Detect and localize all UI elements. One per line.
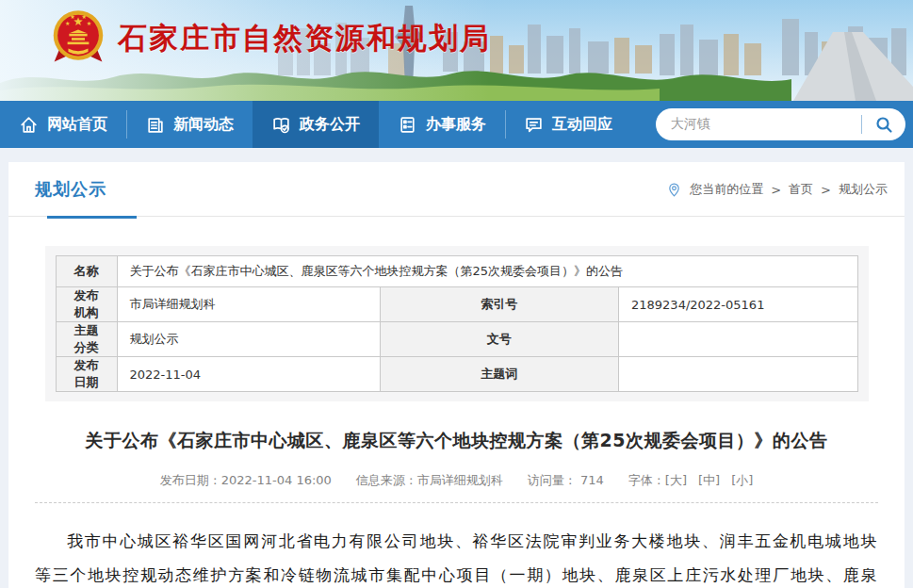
date-value-cell: 2022-11-04	[117, 357, 380, 392]
breadcrumb-separator: >	[771, 183, 781, 197]
main-navigation: 网站首页 新闻动态 政务公开 办事服务 互动回应	[0, 101, 913, 148]
tab-label: 规划公示	[35, 178, 106, 201]
home-icon	[19, 115, 39, 135]
content-card: 规划公示 您当前的位置 > 首页 > 规划公示 名称 关于公布《石家庄市中心城区…	[8, 162, 905, 588]
search-button[interactable]	[868, 111, 900, 138]
svg-text:★: ★	[70, 13, 75, 20]
breadcrumb-link-planning-notice[interactable]: 规划公示	[839, 181, 888, 198]
nav-item-label: 办事服务	[426, 115, 486, 135]
services-icon	[398, 115, 417, 135]
issuer-value-cell: 市局详细规划科	[117, 287, 380, 322]
info-source-label: 信息来源：	[356, 473, 417, 487]
tab-planning-notice[interactable]: 规划公示	[35, 162, 106, 217]
svg-text:★: ★	[65, 20, 71, 26]
view-count-value: 714	[580, 473, 604, 487]
docnum-label-cell: 文号	[380, 322, 619, 357]
document-info-panel: 名称 关于公布《石家庄市中心城区、鹿泉区等六个地块控规方案（第25次规委会项目）…	[45, 246, 869, 401]
issuer-label-cell: 发布机构	[56, 287, 117, 322]
name-label-cell: 名称	[56, 256, 117, 287]
view-count: 访问量： 714	[528, 472, 604, 489]
font-size-label: 字体：	[628, 473, 665, 487]
font-size-medium-button[interactable]: [中]	[698, 472, 720, 489]
national-emblem-logo: ★ ★ ★ ★ ★	[52, 8, 105, 70]
nav-item-gov-open[interactable]: 政务公开	[253, 101, 379, 148]
name-value-cell: 关于公布《石家庄市中心城区、鹿泉区等六个地块控规方案（第25次规委会项目）》的公…	[117, 256, 857, 287]
dashed-divider	[35, 502, 878, 503]
document-info-table: 名称 关于公布《石家庄市中心城区、鹿泉区等六个地块控规方案（第25次规委会项目）…	[56, 255, 858, 392]
topic-label-cell: 主题分类	[56, 322, 117, 357]
table-row: 名称 关于公布《石家庄市中心城区、鹿泉区等六个地块控规方案（第25次规委会项目）…	[56, 256, 857, 287]
interact-icon	[524, 115, 544, 135]
breadcrumb-link-home[interactable]: 首页	[789, 181, 813, 198]
nav-item-interact[interactable]: 互动回应	[505, 101, 631, 148]
news-icon	[145, 115, 165, 135]
info-source-value: 市局详细规划科	[417, 473, 503, 487]
nav-item-label: 互动回应	[552, 115, 612, 135]
search-input[interactable]	[671, 117, 856, 132]
location-pin-icon	[666, 182, 682, 198]
nav-item-label: 新闻动态	[173, 115, 234, 135]
breadcrumb: 您当前的位置 > 首页 > 规划公示	[666, 162, 888, 217]
nav-item-home[interactable]: 网站首页	[0, 101, 126, 148]
nav-item-news[interactable]: 新闻动态	[126, 101, 253, 148]
table-row: 发布日期 2022-11-04 主题词	[56, 357, 857, 392]
nav-item-label: 网站首页	[47, 115, 107, 135]
index-value-cell: 2189234/2022-05161	[619, 287, 858, 322]
svg-text:★: ★	[81, 13, 87, 20]
docnum-value-cell	[619, 322, 858, 357]
keyword-value-cell	[619, 357, 858, 392]
search-box	[656, 108, 905, 140]
publish-date-value: 2022-11-04 16:00	[221, 473, 332, 487]
font-size-control: 字体：[大][中][小]	[628, 472, 753, 489]
search-icon	[874, 115, 893, 134]
view-count-label: 访问量：	[528, 473, 577, 487]
article-body: 我市中心城区裕华区国网河北省电力有限公司地块、裕华区法院审判业务大楼地块、润丰五…	[35, 524, 878, 588]
font-size-small-button[interactable]: [小]	[731, 472, 753, 489]
nav-item-services[interactable]: 办事服务	[379, 101, 505, 148]
article-meta: 发布日期：2022-11-04 16:00 信息来源：市局详细规划科 访问量： …	[8, 472, 905, 489]
breadcrumb-prefix: 您当前的位置	[690, 181, 763, 198]
index-label-cell: 索引号	[380, 287, 619, 322]
breadcrumb-separator: >	[821, 183, 831, 197]
site-title: 石家庄市自然资源和规划局	[118, 19, 491, 58]
article-title: 关于公布《石家庄市中心城区、鹿泉区等六个地块控规方案（第25次规委会项目）》的公…	[8, 429, 905, 453]
table-row: 发布机构 市局详细规划科 索引号 2189234/2022-05161	[56, 287, 857, 322]
publish-date-label: 发布日期：	[160, 473, 221, 487]
info-source: 信息来源：市局详细规划科	[356, 472, 503, 489]
topic-value-cell: 规划公示	[117, 322, 380, 357]
gov-open-icon	[271, 115, 291, 135]
nav-item-label: 政务公开	[300, 115, 360, 135]
table-row: 主题分类 规划公示 文号	[56, 322, 857, 357]
keyword-label-cell: 主题词	[380, 357, 619, 392]
tab-active-underline	[47, 216, 137, 219]
section-header: 规划公示 您当前的位置 > 首页 > 规划公示	[8, 162, 905, 217]
font-size-large-button[interactable]: [大]	[665, 472, 687, 489]
search-divider	[861, 115, 862, 134]
svg-text:★: ★	[87, 20, 92, 26]
publish-date: 发布日期：2022-11-04 16:00	[160, 472, 332, 489]
date-label-cell: 发布日期	[56, 357, 117, 392]
header-banner: ★ ★ ★ ★ ★ 石家庄市自然资源和规划局	[0, 0, 913, 101]
